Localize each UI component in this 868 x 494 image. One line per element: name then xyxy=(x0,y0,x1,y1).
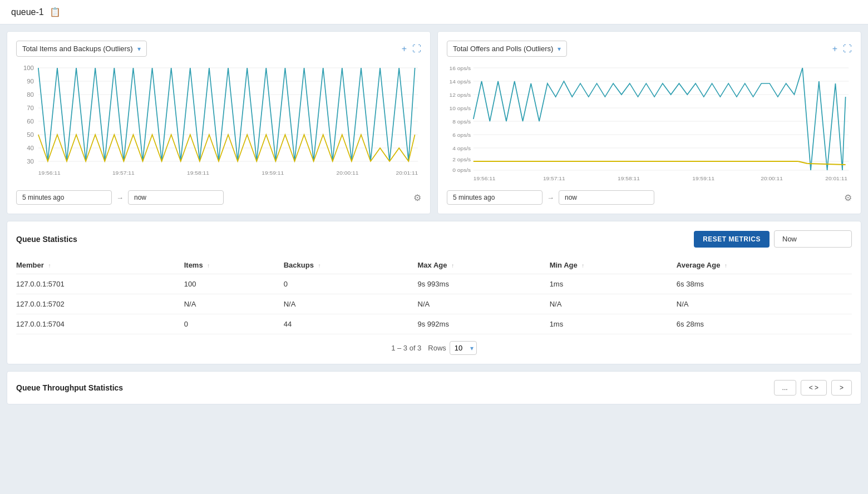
chart1-dropdown[interactable]: Total Items and Backups (Outliers) ▾ xyxy=(16,41,147,57)
chart1-time-range: 5 minutes ago → now xyxy=(16,190,224,205)
main-content: Total Items and Backups (Outliers) ▾ + ⛶… xyxy=(0,31,868,411)
chevron-down-icon: ▾ xyxy=(558,45,561,53)
chart1-area: 100 90 80 70 60 50 40 30 xyxy=(16,63,421,186)
cell-avgage: 6s 28ms xyxy=(677,314,852,334)
reset-metrics-button[interactable]: RESET METRICS xyxy=(694,231,770,248)
stats-now-input[interactable]: Now xyxy=(774,230,852,248)
svg-text:16 ops/s: 16 ops/s xyxy=(450,66,471,71)
cell-member: 127.0.0.1:5704 xyxy=(16,314,184,334)
chart2-card: Total Offers and Polls (Outliers) ▾ + ⛶ … xyxy=(437,31,861,214)
table-row: 127.0.0.1:5702 N/A N/A N/A N/A N/A xyxy=(16,294,852,314)
cell-items: N/A xyxy=(184,294,284,314)
svg-text:20:00:11: 20:00:11 xyxy=(337,170,359,176)
bottom-btn1[interactable]: ... xyxy=(774,380,796,396)
chart2-time-range: 5 minutes ago → now xyxy=(447,190,654,205)
chart2-time-to[interactable]: now xyxy=(559,190,654,205)
page-title: queue-1 xyxy=(11,7,44,17)
cell-member: 127.0.0.1:5702 xyxy=(16,294,184,314)
arrow-right-icon: → xyxy=(116,194,124,202)
cell-maxage: N/A xyxy=(418,294,550,314)
stats-table-body: 127.0.0.1:5701 100 0 9s 993ms 1ms 6s 38m… xyxy=(16,274,852,334)
chart1-time-to[interactable]: now xyxy=(128,190,224,205)
cell-maxage: 9s 993ms xyxy=(418,274,550,294)
chart2-add-icon[interactable]: + xyxy=(832,44,837,54)
chart2-header: Total Offers and Polls (Outliers) ▾ + ⛶ xyxy=(447,41,852,57)
svg-text:50: 50 xyxy=(27,132,34,138)
chart2-footer: 5 minutes ago → now ⚙ xyxy=(447,190,852,205)
chart1-add-icon[interactable]: + xyxy=(402,44,407,54)
bottom-btns: ... < > > xyxy=(774,380,852,396)
svg-text:40: 40 xyxy=(27,145,34,151)
queue-stats-table: Member ↑ Items ↑ Backups ↑ Max Age ↑ xyxy=(16,256,852,334)
table-footer: 1 – 3 of 3 Rows 10 25 50 xyxy=(16,341,852,355)
svg-text:20:01:11: 20:01:11 xyxy=(825,176,847,181)
svg-text:70: 70 xyxy=(27,105,34,111)
bottom-btn2[interactable]: < > xyxy=(801,380,827,396)
svg-text:60: 60 xyxy=(27,118,34,125)
chart1-time-from[interactable]: 5 minutes ago xyxy=(16,190,112,205)
svg-text:12 ops/s: 12 ops/s xyxy=(450,92,471,98)
sort-icon[interactable]: ↑ xyxy=(318,263,321,269)
chart1-actions: + ⛶ xyxy=(402,44,421,54)
col-avgage: Average Age ↑ xyxy=(677,256,852,274)
chart2-area: 16 ops/s 14 ops/s 12 ops/s 10 ops/s 8 op… xyxy=(447,63,852,186)
svg-text:19:56:11: 19:56:11 xyxy=(474,176,496,181)
chart2-gear-icon[interactable]: ⚙ xyxy=(844,192,852,203)
svg-text:6 ops/s: 6 ops/s xyxy=(452,132,471,138)
chart1-expand-icon[interactable]: ⛶ xyxy=(412,44,421,54)
svg-text:30: 30 xyxy=(27,159,34,165)
chart2-time-from[interactable]: 5 minutes ago xyxy=(447,190,542,205)
rows-per-page-select[interactable]: 10 25 50 xyxy=(450,341,477,355)
chart2-dropdown[interactable]: Total Offers and Polls (Outliers) ▾ xyxy=(447,41,567,57)
table-row: 127.0.0.1:5704 0 44 9s 992ms 1ms 6s 28ms xyxy=(16,314,852,334)
svg-text:2 ops/s: 2 ops/s xyxy=(452,157,471,162)
svg-text:90: 90 xyxy=(27,78,34,85)
svg-line-48 xyxy=(807,164,845,165)
cell-minage: N/A xyxy=(550,294,677,314)
cell-backups: 0 xyxy=(284,274,418,294)
chart2-dropdown-label: Total Offers and Polls (Outliers) xyxy=(453,45,553,53)
col-minage: Min Age ↑ xyxy=(550,256,677,274)
chevron-down-icon: ▾ xyxy=(137,45,141,53)
svg-text:19:57:11: 19:57:11 xyxy=(112,170,135,176)
svg-text:14 ops/s: 14 ops/s xyxy=(450,79,471,85)
header-bar: queue-1 📋 xyxy=(0,0,868,24)
chart1-gear-icon[interactable]: ⚙ xyxy=(413,192,421,203)
stats-header-right: RESET METRICS Now xyxy=(694,230,852,248)
cell-avgage: 6s 38ms xyxy=(677,274,852,294)
sort-icon[interactable]: ↑ xyxy=(724,263,727,269)
svg-text:20:01:11: 20:01:11 xyxy=(396,170,418,176)
chart1-svg: 100 90 80 70 60 50 40 30 xyxy=(16,63,421,186)
col-items: Items ↑ xyxy=(184,256,284,274)
svg-text:80: 80 xyxy=(27,92,34,98)
col-maxage: Max Age ↑ xyxy=(418,256,550,274)
queue-stats-header: Queue Statistics RESET METRICS Now xyxy=(16,230,852,248)
sort-icon[interactable]: ↑ xyxy=(451,263,454,269)
svg-text:100: 100 xyxy=(23,65,34,71)
bottom-title: Queue Throughput Statistics xyxy=(16,383,123,392)
svg-text:4 ops/s: 4 ops/s xyxy=(452,146,471,151)
svg-text:19:56:11: 19:56:11 xyxy=(38,170,61,176)
cell-member: 127.0.0.1:5701 xyxy=(16,274,184,294)
queue-stats-card: Queue Statistics RESET METRICS Now Membe… xyxy=(7,221,861,364)
svg-text:19:57:11: 19:57:11 xyxy=(543,176,565,181)
rows-select-wrapper: 10 25 50 xyxy=(450,341,477,355)
chart1-card: Total Items and Backups (Outliers) ▾ + ⛶… xyxy=(7,31,431,214)
sort-icon[interactable]: ↑ xyxy=(48,263,51,269)
chart1-header: Total Items and Backups (Outliers) ▾ + ⛶ xyxy=(16,41,421,57)
bottom-btn3[interactable]: > xyxy=(831,380,852,396)
svg-text:19:58:11: 19:58:11 xyxy=(618,176,640,181)
svg-text:8 ops/s: 8 ops/s xyxy=(452,119,471,125)
svg-text:19:59:11: 19:59:11 xyxy=(262,170,284,176)
col-member: Member ↑ xyxy=(16,256,184,274)
chart2-expand-icon[interactable]: ⛶ xyxy=(843,44,852,54)
cell-maxage: 9s 992ms xyxy=(418,314,550,334)
sort-icon[interactable]: ↑ xyxy=(581,263,584,269)
charts-row: Total Items and Backups (Outliers) ▾ + ⛶… xyxy=(7,31,861,214)
sort-icon[interactable]: ↑ xyxy=(207,263,210,269)
cell-minage: 1ms xyxy=(550,274,677,294)
svg-text:20:00:11: 20:00:11 xyxy=(761,176,783,181)
rows-select: Rows 10 25 50 xyxy=(428,341,477,355)
cell-minage: 1ms xyxy=(550,314,677,334)
table-header-row: Member ↑ Items ↑ Backups ↑ Max Age ↑ xyxy=(16,256,852,274)
